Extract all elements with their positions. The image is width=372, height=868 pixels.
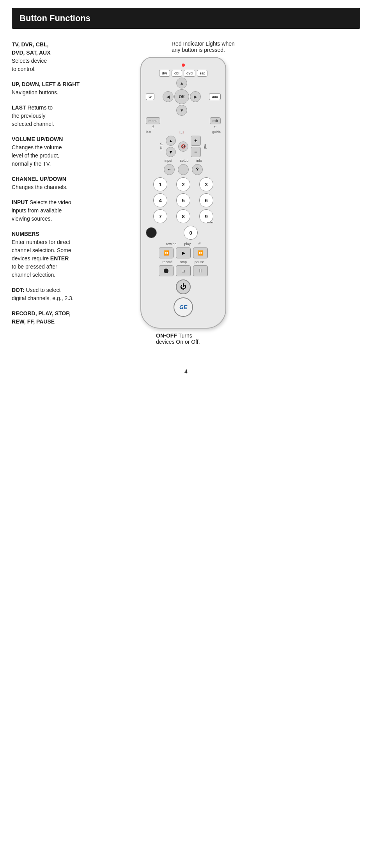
label-last: LAST Returns tothe previouslyselected ch… — [12, 104, 125, 128]
btn-record[interactable] — [159, 265, 174, 276]
chan-down-btn[interactable]: ▼ — [166, 147, 176, 157]
ge-logo-section: GE — [146, 297, 221, 317]
btn-ff[interactable]: ⏩ — [193, 247, 208, 258]
remote-control: dvr cbl dvd sat tv ▲ ◀ OK — [140, 57, 226, 329]
input-label: input — [165, 159, 172, 163]
content-area: TV, DVR, CBL,DVD, SAT, AUX Selects devic… — [0, 33, 372, 353]
device-row-top: dvr cbl dvd sat — [146, 70, 221, 77]
setup-label: setup — [180, 159, 188, 163]
label-volume: VOLUME UP/DOWN Changes the volumelevel o… — [12, 135, 125, 168]
power-section: ⏻ — [146, 279, 221, 294]
nav-up-btn[interactable]: ▲ — [176, 78, 187, 88]
labels-column: TV, DVR, CBL,DVD, SAT, AUX Selects devic… — [12, 41, 133, 333]
btn-8[interactable]: 8 — [176, 209, 190, 223]
nav-right-btn[interactable]: ▶ — [190, 91, 201, 102]
label-tv-dvr: TV, DVR, CBL,DVD, SAT, AUX Selects devic… — [12, 41, 125, 73]
label-tv-dvr-text: Selects deviceto control. — [12, 58, 47, 72]
vol-plus-btn[interactable]: + — [191, 136, 201, 146]
label-input-bold: INPUT — [12, 199, 28, 205]
header-bar: Button Functions — [12, 8, 360, 29]
page-number: 4 — [0, 368, 372, 375]
vol-label: vol — [203, 144, 207, 149]
btn-sat[interactable]: sat — [197, 70, 207, 77]
label-numbers-text: Enter numbers for directchannel selectio… — [12, 239, 71, 278]
label-nav-text: Navigation buttons. — [12, 89, 58, 95]
guide-label: guide — [212, 130, 221, 134]
label-dot-bold: DOT: — [12, 287, 25, 293]
stop-label: stop — [180, 260, 187, 264]
btn-dvr[interactable]: dvr — [159, 70, 170, 77]
label-channel-bold: CHANNEL UP/DOWN — [12, 176, 66, 182]
rewind-label: rewind — [166, 242, 177, 246]
mute-btn[interactable]: 🔇 — [178, 141, 188, 152]
label-nav: UP, DOWN, LEFT & RIGHT Navigation button… — [12, 80, 125, 97]
nav-ok-btn[interactable]: OK — [174, 89, 189, 104]
btn-1[interactable]: 1 — [153, 177, 167, 191]
vol-col: + − — [191, 136, 201, 157]
nav-down-btn[interactable]: ▼ — [176, 105, 187, 116]
numpad: 1 2 3 4 5 6 7 8 9enter — [146, 177, 221, 223]
btn-5[interactable]: 5 — [176, 193, 190, 207]
media-label-row2: record stop pause — [162, 260, 204, 264]
label-tv-dvr-bold: TV, DVR, CBL,DVD, SAT, AUX — [12, 41, 51, 56]
vol-minus-btn[interactable]: − — [191, 147, 201, 157]
ge-logo: GE — [174, 297, 193, 317]
label-last-bold: LAST — [12, 104, 26, 111]
btn-7[interactable]: 7 — [153, 209, 167, 223]
btn-3[interactable]: 3 — [199, 177, 213, 191]
labels-remote-layout: TV, DVR, CBL,DVD, SAT, AUX Selects devic… — [12, 41, 360, 345]
top-note: Red Indicator Lights when any button is … — [172, 41, 235, 53]
menu-exit-row: menu 🖨 exit ↩ — [146, 117, 221, 129]
btn-9[interactable]: 9enter — [199, 209, 213, 223]
btn-info[interactable]: ? — [192, 164, 203, 175]
label-record: RECORD, PLAY, STOP,REW, FF, PAUSE — [12, 309, 125, 326]
btn-stop[interactable]: □ — [176, 265, 191, 276]
ff-label: ff — [198, 242, 200, 246]
label-volume-text: Changes the volumelevel of the product,n… — [12, 144, 62, 167]
btn-menu[interactable]: menu — [146, 117, 160, 124]
label-dot: DOT: Used to selectdigital channels, e.g… — [12, 286, 125, 302]
input-row: ↩ ? — [146, 164, 221, 175]
chan-vol-section: chan ▲ ▼ 🔇 + − vol — [146, 136, 221, 157]
btn-input[interactable]: ↩ — [164, 164, 175, 175]
tv-aux-row: tv ▲ ◀ OK ▶ ▼ — [146, 78, 221, 116]
record-dot-icon — [164, 269, 168, 273]
chan-up-btn[interactable]: ▲ — [166, 136, 176, 146]
record-label: record — [162, 260, 172, 264]
btn-aux[interactable]: aux — [209, 93, 221, 100]
btn-power[interactable]: ⏻ — [176, 279, 191, 294]
btn-4[interactable]: 4 — [153, 193, 167, 207]
last-guide-row: last 📖 guide — [146, 130, 221, 134]
btn-pause[interactable]: II — [193, 265, 208, 276]
label-input: INPUT Selects the videoinputs from avail… — [12, 198, 125, 223]
guide-icon: 📖 — [179, 130, 184, 134]
btn-0[interactable]: 0 — [184, 226, 198, 240]
btn-6[interactable]: 6 — [199, 193, 213, 207]
media-section: rewind play ff ⏪ ▶ ⏩ record stop pause — [146, 242, 221, 276]
nav-left-btn[interactable]: ◀ — [163, 91, 174, 102]
label-channel: CHANNEL UP/DOWN Changes the channels. — [12, 175, 125, 191]
label-channel-text: Changes the channels. — [12, 184, 67, 190]
media-row2: □ II — [159, 265, 208, 276]
btn-tv[interactable]: tv — [146, 93, 154, 100]
btn-exit[interactable]: exit — [210, 117, 221, 124]
play-label: play — [184, 242, 191, 246]
media-row1: ⏪ ▶ ⏩ — [159, 247, 208, 258]
btn-rewind[interactable]: ⏪ — [159, 247, 174, 258]
zero-row: 0 — [146, 226, 221, 240]
btn-play[interactable]: ▶ — [176, 247, 191, 258]
on-off-bold: ON•OFF — [156, 332, 177, 339]
on-off-label: ON•OFF Turnsdevices On or Off. — [156, 332, 200, 345]
last-label: last — [146, 130, 151, 134]
info-label: info — [197, 159, 202, 163]
label-numbers: NUMBERS Enter numbers for directchannel … — [12, 230, 125, 279]
btn-cbl[interactable]: cbl — [172, 70, 182, 77]
btn-2[interactable]: 2 — [176, 177, 190, 191]
btn-dot[interactable] — [146, 227, 157, 238]
label-numbers-bold: NUMBERS — [12, 231, 39, 237]
label-volume-bold: VOLUME UP/DOWN — [12, 136, 63, 142]
remote-column: Red Indicator Lights when any button is … — [133, 41, 360, 345]
btn-setup[interactable] — [178, 164, 189, 175]
btn-dvd[interactable]: dvd — [184, 70, 195, 77]
chan-label: chan — [159, 143, 163, 150]
